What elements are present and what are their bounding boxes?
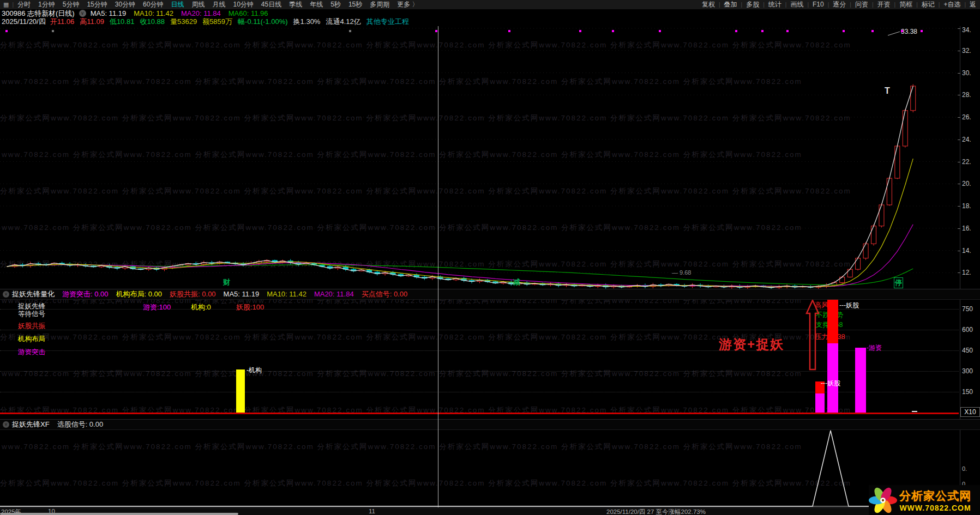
period-tab[interactable]: 60分钟	[139, 0, 167, 9]
indicator2-title[interactable]: 捉妖先锋XF	[12, 420, 50, 429]
app-icon[interactable]: ▦	[0, 1, 12, 8]
bar-label: ---妖股	[839, 301, 859, 310]
chart-region: 分析家公式网www.70822.com 分析家公式网www.70822.com …	[0, 26, 980, 507]
period-tab[interactable]: 周线	[188, 0, 208, 9]
signal-dot	[843, 30, 845, 32]
quote-field: 高11.09	[80, 17, 104, 26]
t-marker: T	[885, 86, 890, 96]
toolbar-item[interactable]: 复权	[698, 0, 719, 9]
quote-field[interactable]: 其他专业工程	[366, 17, 409, 26]
indicator2-axis-label: 0.	[962, 465, 967, 472]
toolbar-item[interactable]: F10	[809, 0, 828, 9]
signal-dot	[659, 30, 661, 32]
brand-url[interactable]: WWW.70822.COM	[899, 504, 971, 512]
signal-dot	[349, 30, 351, 32]
indicator-axis-label: 600	[962, 326, 973, 334]
horizontal-scrollbar-thumb[interactable]	[0, 513, 238, 515]
scale-multiplier-label: X10	[960, 407, 980, 417]
period-tab[interactable]: 日线	[167, 0, 188, 9]
top-menu-bar: ▦|分时1分钟5分钟15分钟30分钟60分钟日线周线月线10分钟45日线季线年线…	[0, 0, 980, 10]
brand-logo: 分析家公式网 WWW.70822.COM	[869, 485, 980, 515]
signal-dot	[5, 30, 8, 32]
signal-dot	[508, 30, 510, 32]
period-tab[interactable]: 多周期	[366, 0, 393, 9]
toolbar-item[interactable]: 标记	[918, 0, 939, 9]
quote-info-row: 2025/11/20/四 开11.06高11.09低10.81收10.88量53…	[0, 17, 980, 26]
axis-tick	[958, 228, 960, 229]
tool-menu-group: 复权|叠加|多股|统计|画线|F10|逐分|问资|开资|简框|标记|+自选|返	[698, 0, 980, 9]
axis-tick	[958, 95, 960, 95]
period-menu-group: ▦|分时1分钟5分钟15分钟30分钟60分钟日线周线月线10分钟45日线季线年线…	[0, 0, 423, 9]
axis-tick	[958, 28, 960, 29]
collapse-icon[interactable]: ∨	[3, 291, 9, 298]
brand-name[interactable]: 分析家公式网	[899, 488, 971, 504]
support-price-label: — 9.68	[672, 269, 691, 276]
toolbar-item[interactable]: 返	[966, 0, 980, 9]
ma-legend-item: MA60: 11.96	[229, 9, 268, 17]
price-axis-label: 32.	[962, 47, 971, 54]
axis-tick	[958, 184, 960, 184]
quote-fields: 开11.06高11.09低10.81收10.88量53629额5859万幅-0.…	[50, 17, 414, 27]
crosshair-vertical-line	[438, 26, 438, 507]
quote-field: 流通4.12亿	[326, 17, 360, 26]
axis-tick	[958, 162, 960, 162]
axis-tick	[958, 140, 960, 140]
period-tab[interactable]: 季线	[285, 0, 306, 9]
indicator-axis-label: 150	[962, 388, 973, 396]
period-tab[interactable]: 分时	[14, 0, 34, 9]
toolbar-item[interactable]: 开资	[874, 0, 894, 9]
axis-tick	[958, 206, 960, 207]
quote-field: 低10.81	[110, 17, 135, 26]
period-tab[interactable]: 5分钟	[59, 0, 83, 9]
quote-field: 换1.30%	[293, 17, 321, 26]
price-axis-label: 28.	[962, 91, 971, 99]
price-axis-label: 18.	[962, 202, 971, 210]
period-tab[interactable]: 30分钟	[111, 0, 139, 9]
period-tab[interactable]: 45日线	[257, 0, 285, 9]
period-tab[interactable]: 5秒	[327, 0, 345, 9]
indicator1-title[interactable]: 捉妖先锋量化	[12, 289, 55, 299]
period-tab[interactable]: 更多 〉	[393, 0, 422, 9]
flower-logo-icon	[869, 486, 897, 514]
quote-field: 收10.88	[140, 17, 165, 26]
axis-tick	[958, 251, 960, 251]
toolbar-item[interactable]: 问资	[851, 0, 872, 9]
indicator-axis-label: 750	[962, 305, 973, 313]
trading-app-window: ▦|分时1分钟5分钟15分钟30分钟60分钟日线周线月线10分钟45日线季线年线…	[0, 0, 980, 515]
axis-divider	[960, 26, 960, 507]
toolbar-item[interactable]: 多股	[742, 0, 763, 9]
period-tab[interactable]: 年线	[306, 0, 327, 9]
toolbar-item[interactable]: 简框	[895, 0, 916, 9]
indicator2-panel	[0, 428, 960, 507]
main-candle-chart	[0, 27, 960, 289]
indicator-field: 买点信号: 0.00	[362, 290, 408, 298]
collapse-icon[interactable]: ∨	[3, 421, 9, 428]
toolbar-item[interactable]: 逐分	[829, 0, 850, 9]
indicator1-panel: 游资+捉妖 高风险不跌趋势支撑9.68压力11.38-机构---妖股---妖股-…	[0, 299, 960, 419]
price-axis-label: 34.	[962, 26, 971, 34]
signal-dot	[52, 30, 54, 32]
period-tab[interactable]: 月线	[208, 0, 229, 9]
bar-label: -游资	[867, 343, 882, 353]
annotation-text: 游资+捉妖	[719, 336, 784, 353]
period-tab[interactable]: 15分钟	[83, 0, 111, 9]
toolbar-item[interactable]: +自选	[940, 0, 964, 9]
indicator-field: 妖股共振: 0.00	[170, 290, 216, 298]
toolbar-item[interactable]: 叠加	[720, 0, 741, 9]
period-tab[interactable]: 15秒	[345, 0, 366, 9]
toolbar-item[interactable]: 画线	[786, 0, 807, 9]
ma-legend-item: MA5: 11.19	[91, 9, 127, 17]
indicator-field: MA20: 11.84	[314, 290, 354, 298]
ma-legend-item: MA10: 11.42	[134, 9, 173, 17]
period-tab[interactable]: 10分钟	[229, 0, 257, 9]
indicator2-signal: 选股信号: 0.00	[57, 420, 104, 429]
toolbar-item[interactable]: 统计	[765, 0, 785, 9]
price-axis-label: 20.	[962, 180, 971, 187]
price-axis-label: 12.	[962, 269, 971, 276]
signal-dot	[921, 30, 923, 32]
period-tab[interactable]: 1分钟	[34, 0, 59, 9]
chevron-down-icon[interactable]: ∨	[79, 10, 86, 17]
bar-label: ---妖股	[821, 379, 840, 388]
axis-tick	[958, 117, 960, 118]
signal-dot	[761, 30, 763, 32]
